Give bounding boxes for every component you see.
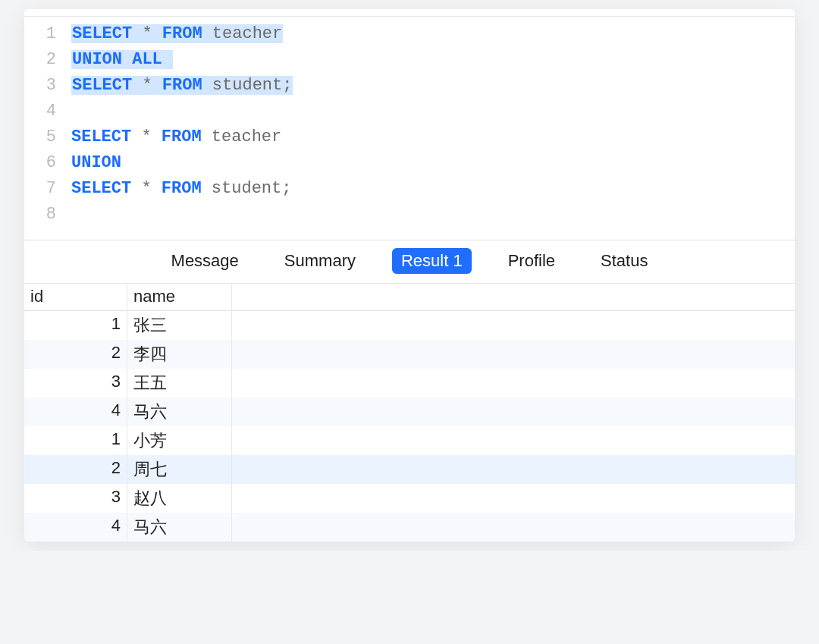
table-row[interactable]: 2李四	[24, 340, 795, 369]
table-row[interactable]: 4马六	[24, 513, 795, 542]
grid-header-row: id name	[24, 284, 795, 311]
cell-name[interactable]: 小芳	[127, 426, 232, 455]
code-line[interactable]: 7SELECT * FROM student;	[24, 176, 795, 202]
table-row[interactable]: 1张三	[24, 311, 795, 340]
code-line[interactable]: 2UNION ALL	[24, 47, 795, 73]
code-content[interactable]: SELECT * FROM teacher	[71, 124, 795, 150]
cell-empty	[232, 340, 795, 369]
code-content[interactable]	[71, 202, 795, 228]
grid-body: 1张三2李四3王五4马六1小芳2周七3赵八4马六	[24, 311, 795, 542]
code-line[interactable]: 4	[24, 99, 795, 124]
code-content[interactable]: UNION	[71, 150, 795, 176]
code-line[interactable]: 1SELECT * FROM teacher	[24, 21, 795, 47]
code-content[interactable]: SELECT * FROM student;	[71, 73, 795, 99]
cell-id[interactable]: 1	[24, 426, 127, 455]
sql-editor[interactable]: 1SELECT * FROM teacher2UNION ALL 3SELECT…	[24, 17, 795, 240]
cell-name[interactable]: 赵八	[127, 484, 232, 513]
code-content[interactable]: UNION ALL	[71, 47, 795, 73]
cell-id[interactable]: 1	[24, 311, 127, 340]
cell-id[interactable]: 3	[24, 484, 127, 513]
tab-profile[interactable]: Profile	[499, 248, 564, 274]
line-number: 3	[24, 73, 71, 99]
col-header-rest	[232, 284, 795, 310]
line-number: 8	[24, 202, 71, 228]
table-row[interactable]: 4马六	[24, 397, 795, 426]
line-number: 1	[24, 21, 71, 47]
toolbar-fragment	[24, 9, 795, 17]
cell-id[interactable]: 2	[24, 340, 127, 369]
line-number: 5	[24, 124, 71, 150]
cell-name[interactable]: 张三	[127, 311, 232, 340]
tab-message[interactable]: Message	[162, 248, 248, 274]
result-tabs: Message Summary Result 1 Profile Status	[24, 240, 795, 284]
line-number: 4	[24, 99, 71, 124]
line-number: 2	[24, 47, 71, 73]
cell-id[interactable]: 3	[24, 369, 127, 397]
table-row[interactable]: 2周七	[24, 455, 795, 484]
cell-name[interactable]: 马六	[127, 397, 232, 426]
line-number: 6	[24, 150, 71, 176]
col-header-id[interactable]: id	[24, 284, 127, 310]
cell-empty	[232, 311, 795, 340]
cell-name[interactable]: 马六	[127, 513, 232, 542]
cell-empty	[232, 513, 795, 542]
code-line[interactable]: 8	[24, 202, 795, 228]
tab-result-1[interactable]: Result 1	[392, 248, 472, 274]
code-content[interactable]: SELECT * FROM teacher	[71, 21, 795, 47]
cell-id[interactable]: 4	[24, 397, 127, 426]
cell-empty	[232, 484, 795, 513]
code-line[interactable]: 3SELECT * FROM student;	[24, 73, 795, 99]
tab-status[interactable]: Status	[592, 248, 657, 274]
cell-empty	[232, 426, 795, 455]
code-line[interactable]: 6UNION	[24, 150, 795, 176]
cell-empty	[232, 369, 795, 397]
app-window: 1SELECT * FROM teacher2UNION ALL 3SELECT…	[24, 9, 795, 542]
cell-id[interactable]: 4	[24, 513, 127, 542]
line-number: 7	[24, 176, 71, 202]
code-content[interactable]: SELECT * FROM student;	[71, 176, 795, 202]
cell-name[interactable]: 王五	[127, 369, 232, 397]
result-grid: id name 1张三2李四3王五4马六1小芳2周七3赵八4马六	[24, 284, 795, 542]
tab-summary[interactable]: Summary	[275, 248, 365, 274]
col-header-name[interactable]: name	[127, 284, 232, 310]
cell-empty	[232, 397, 795, 426]
cell-id[interactable]: 2	[24, 455, 127, 484]
cell-name[interactable]: 周七	[127, 455, 232, 484]
cell-name[interactable]: 李四	[127, 340, 232, 369]
code-line[interactable]: 5SELECT * FROM teacher	[24, 124, 795, 150]
code-content[interactable]	[71, 99, 795, 124]
table-row[interactable]: 3王五	[24, 369, 795, 397]
table-row[interactable]: 3赵八	[24, 484, 795, 513]
table-row[interactable]: 1小芳	[24, 426, 795, 455]
cell-empty	[232, 455, 795, 484]
